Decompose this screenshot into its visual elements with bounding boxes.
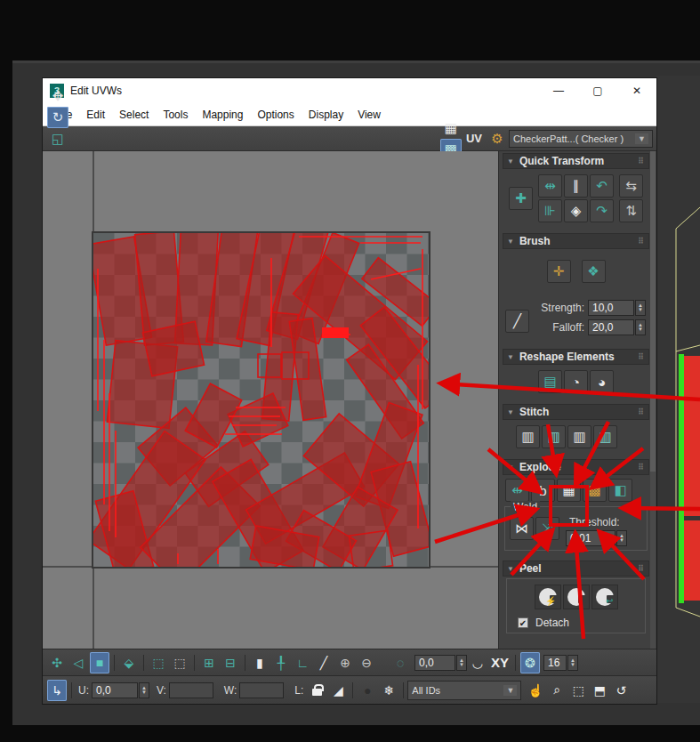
stitch-to-average-button[interactable]: ▥: [567, 425, 591, 448]
stitch-custom-button[interactable]: ▥: [516, 425, 540, 448]
rollout-header[interactable]: ▼ Quick Transform ⠿: [503, 153, 649, 169]
relax-until-flat-button[interactable]: ◔: [564, 370, 588, 393]
w-field[interactable]: [239, 682, 284, 698]
edge-subobject-button[interactable]: ◁: [68, 652, 88, 673]
space-elements-button[interactable]: ◈: [564, 199, 588, 222]
relax-brush-button[interactable]: ❖: [582, 260, 606, 283]
chevron-down-icon[interactable]: ▼: [503, 685, 517, 696]
menu-select[interactable]: Select: [112, 106, 156, 124]
weld-selected-button[interactable]: ⋈: [510, 517, 534, 540]
brush-falloff-type-button[interactable]: ╱: [505, 310, 529, 333]
filter-faces-icon[interactable]: ◢: [328, 680, 348, 701]
peel-mode-button[interactable]: [563, 585, 590, 609]
lock-selection-icon[interactable]: [307, 680, 326, 701]
texture-options-icon[interactable]: ⚙: [487, 128, 508, 149]
menu-options[interactable]: Options: [250, 106, 301, 124]
uv-channel-label[interactable]: UV: [466, 132, 482, 145]
freeze-icon[interactable]: ❄: [379, 680, 398, 701]
grow-loop-button[interactable]: ╀: [271, 652, 291, 673]
spinner-arrows[interactable]: ▲▼: [635, 319, 646, 335]
edge-marker-button[interactable]: ▮: [250, 652, 270, 673]
show-grid-toggle[interactable]: ▦: [440, 117, 462, 139]
uv-tile[interactable]: [93, 233, 429, 567]
soft-selection-button[interactable]: ◌: [390, 652, 410, 673]
falloff-curve-icon[interactable]: ◡: [468, 652, 487, 673]
target-weld-button[interactable]: ⤨: [535, 517, 559, 540]
grip-dots-icon[interactable]: ⠿: [638, 157, 645, 165]
align-corner-button[interactable]: ∟: [293, 652, 312, 673]
polygon-subobject-button[interactable]: ■: [90, 652, 109, 673]
flatten-by-polygon-angle-button[interactable]: ▦: [557, 479, 581, 502]
scale-tool[interactable]: ◱: [47, 128, 68, 149]
select-ring-button[interactable]: ⊟: [221, 652, 240, 673]
uv-island[interactable]: [323, 328, 348, 337]
spinner-arrows[interactable]: ▲▼: [616, 530, 627, 546]
menu-edit[interactable]: Edit: [79, 106, 112, 124]
hide-selected-icon[interactable]: ●: [358, 680, 377, 701]
chevron-down-icon[interactable]: ▼: [635, 133, 648, 144]
flatten-by-material-id-button[interactable]: ◧: [608, 479, 632, 502]
menu-mapping[interactable]: Mapping: [195, 106, 250, 124]
break-button[interactable]: ⇹: [505, 479, 529, 502]
reset-peel-button[interactable]: ↩: [591, 585, 618, 609]
flatten-by-smoothing-group-button[interactable]: b: [531, 479, 555, 502]
grow-selection-button[interactable]: ⬚: [149, 652, 168, 673]
distribute-horizontal-button[interactable]: ⇆: [619, 174, 643, 198]
menu-tools[interactable]: Tools: [156, 106, 195, 124]
panel-scrollbar[interactable]: [650, 151, 656, 649]
threshold-field[interactable]: 0,01: [566, 530, 616, 546]
spinner-arrows[interactable]: ▲▼: [635, 300, 646, 316]
distribute-vertical-button[interactable]: ⇅: [619, 199, 643, 222]
rotate-tool[interactable]: ↻: [47, 107, 68, 128]
rotate-cw-button[interactable]: ↷: [590, 199, 614, 222]
grip-dots-icon[interactable]: ⠿: [638, 352, 645, 361]
zoom-extents-icon[interactable]: ⬒: [590, 680, 609, 701]
zoom-icon[interactable]: ⌕: [547, 680, 567, 701]
brush-size-field[interactable]: 16: [543, 655, 567, 671]
align-to-edge-button[interactable]: ⊪: [538, 199, 562, 222]
shrink-selection-button[interactable]: ⬚: [170, 652, 189, 673]
align-horizontal-button[interactable]: ⇹: [538, 174, 562, 198]
spinner-arrows[interactable]: ▲▼: [567, 655, 578, 671]
zoom-to-gizmo-icon[interactable]: ↺: [611, 680, 631, 701]
select-loop-button[interactable]: ⊞: [199, 652, 219, 673]
grip-dots-icon[interactable]: ⠿: [638, 463, 645, 472]
rotate-ccw-button[interactable]: ↶: [590, 174, 614, 198]
grip-dots-icon[interactable]: ⠿: [638, 407, 645, 416]
v-field[interactable]: [169, 682, 213, 698]
straighten-selection-button[interactable]: ▤: [538, 370, 562, 393]
zoom-region-icon[interactable]: ⬚: [568, 680, 588, 701]
stitch-to-target-button[interactable]: ▥: [542, 425, 566, 448]
rollout-header[interactable]: ▼ Reshape Elements ⠿: [503, 349, 649, 365]
soft-selection-value-field[interactable]: 0,0: [414, 655, 455, 671]
texture-options-icon[interactable]: ⚙: [487, 128, 507, 149]
align-vertical-button[interactable]: ∥: [564, 174, 588, 198]
move-tool[interactable]: ✥: [47, 85, 68, 107]
paint-soft-selection-button[interactable]: ❂: [520, 652, 540, 673]
strength-field[interactable]: 10,0: [588, 300, 634, 316]
transform-gizmo-toggle[interactable]: ↳: [47, 680, 67, 701]
stitch-to-source-button[interactable]: ▥: [593, 425, 617, 448]
grip-dots-icon[interactable]: ⠿: [638, 564, 645, 573]
relax-button[interactable]: ◕: [590, 370, 614, 393]
menu-display[interactable]: Display: [302, 106, 350, 124]
quick-peel-button[interactable]: ⚡: [535, 585, 561, 609]
title-bar[interactable]: 3 Edit UVWs — ▢ ✕: [43, 78, 656, 103]
falloff-space-label[interactable]: XY: [491, 655, 509, 670]
u-field[interactable]: 0,0: [92, 682, 138, 698]
rollout-header[interactable]: ▼ Brush ⠿: [503, 233, 649, 249]
texture-select-dropdown[interactable]: CheckerPatt...( Checker ) ▼: [509, 130, 653, 148]
rollout-header[interactable]: ▼ Explode ⠿: [503, 459, 649, 475]
grip-dots-icon[interactable]: ⠿: [638, 237, 645, 246]
move-selected-button[interactable]: ✚: [509, 187, 533, 210]
detach-checkbox[interactable]: ✔: [518, 617, 528, 628]
element-mode-button[interactable]: ⬙: [119, 652, 139, 673]
paint-select-subtract-button[interactable]: ⊖: [357, 652, 376, 673]
uv-editor-canvas[interactable]: [43, 151, 498, 649]
spinner-arrows[interactable]: ▲▼: [456, 655, 467, 671]
rollout-header[interactable]: ▼ Peel ⠿: [503, 561, 649, 577]
move-brush-button[interactable]: ✛: [547, 260, 571, 283]
material-id-dropdown[interactable]: All IDs ▼: [407, 681, 521, 700]
paint-select-add-button[interactable]: ⊕: [335, 652, 355, 673]
menu-view[interactable]: View: [350, 106, 388, 124]
